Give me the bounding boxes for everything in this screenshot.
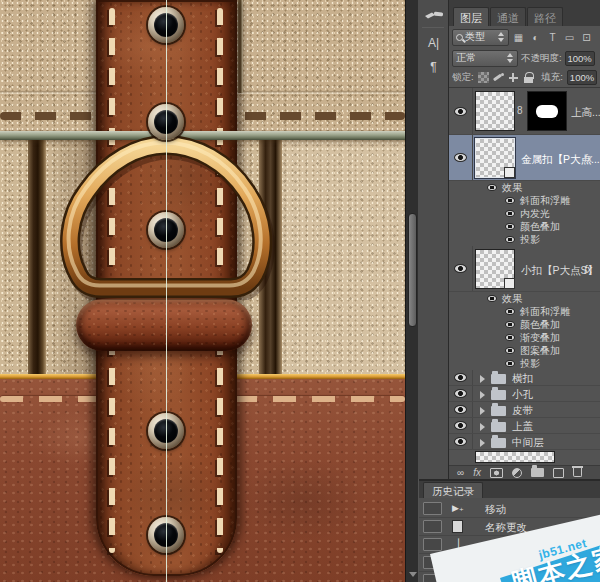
- eye-icon[interactable]: [505, 347, 515, 354]
- visibility-cell[interactable]: [449, 88, 473, 134]
- eye-icon[interactable]: [505, 334, 515, 341]
- group-row-middle-layer[interactable]: 中间层: [449, 434, 600, 450]
- tab-paths[interactable]: 路径: [527, 7, 563, 26]
- layer-row-small-buckle[interactable]: 小扣【P大点S】 fx: [449, 246, 600, 292]
- tab-channels[interactable]: 通道: [490, 7, 526, 26]
- link-layers-icon[interactable]: ∞: [457, 468, 464, 478]
- character-panel-icon[interactable]: A|: [418, 31, 449, 55]
- paragraph-panel-icon[interactable]: ¶: [418, 55, 449, 79]
- scrollbar-down-arrow[interactable]: [409, 572, 417, 577]
- opacity-value[interactable]: 100%: [565, 51, 595, 66]
- brush-panel-icon[interactable]: [418, 0, 449, 24]
- history-source-checkbox[interactable]: [423, 538, 442, 551]
- history-source-checkbox[interactable]: [423, 520, 442, 533]
- eye-icon[interactable]: [505, 210, 515, 217]
- blend-mode-select[interactable]: 正常: [452, 50, 518, 67]
- group-row-small-holes[interactable]: 小孔: [449, 386, 600, 402]
- eye-icon[interactable]: [454, 405, 467, 414]
- eye-icon[interactable]: [454, 153, 467, 162]
- filter-kind-select[interactable]: 类型: [452, 29, 509, 46]
- history-step[interactable]: ▶: [419, 572, 600, 582]
- eye-icon[interactable]: [505, 321, 515, 328]
- layer-mask-thumbnail[interactable]: [527, 91, 567, 131]
- delete-layer-icon[interactable]: [573, 468, 582, 477]
- new-group-icon[interactable]: [531, 468, 544, 477]
- layer-fx-badge[interactable]: fx: [584, 153, 592, 164]
- lock-position-icon[interactable]: [508, 72, 519, 83]
- filter-smart-objects-icon[interactable]: ⊡: [579, 30, 594, 45]
- layer-name[interactable]: 上高...: [571, 106, 600, 120]
- effect-row[interactable]: 内发光: [449, 207, 600, 220]
- eye-icon[interactable]: [454, 373, 467, 382]
- effects-header-row[interactable]: 效果: [449, 181, 600, 194]
- effect-row[interactable]: 图案叠加: [449, 344, 600, 357]
- adjustment-layer-icon[interactable]: [512, 468, 522, 478]
- layer-row-top-highlight[interactable]: 8 上高...: [449, 88, 600, 135]
- group-row-cross-buckle[interactable]: 横扣: [449, 370, 600, 386]
- eye-icon[interactable]: [454, 421, 467, 430]
- document-canvas[interactable]: [0, 0, 405, 582]
- layer-thumbnail[interactable]: [475, 138, 515, 178]
- visibility-cell[interactable]: [449, 418, 473, 433]
- group-name[interactable]: 横扣: [512, 372, 533, 386]
- layer-row-partial[interactable]: [449, 450, 600, 464]
- history-step-move[interactable]: ▶₊ 移动: [419, 500, 600, 518]
- eye-icon[interactable]: [505, 308, 515, 315]
- effects-header-row[interactable]: 效果: [449, 292, 600, 305]
- filter-shape-layers-icon[interactable]: ▭: [562, 30, 577, 45]
- effect-row[interactable]: 投影: [449, 233, 600, 246]
- layer-thumbnail[interactable]: [475, 91, 515, 131]
- layer-thumbnail[interactable]: [475, 249, 515, 289]
- effect-row[interactable]: 渐变叠加: [449, 331, 600, 344]
- history-step-rename[interactable]: 名称更改: [419, 518, 600, 536]
- eye-icon[interactable]: [454, 437, 467, 446]
- effect-row[interactable]: 斜面和浮雕: [449, 305, 600, 318]
- layer-row-metal-buckle[interactable]: 金属扣【P大点... fx: [449, 135, 600, 181]
- layer-fx-badge[interactable]: fx: [584, 264, 592, 275]
- group-name[interactable]: 中间层: [512, 436, 544, 450]
- group-name[interactable]: 小孔: [512, 388, 533, 402]
- history-step[interactable]: ▕: [419, 554, 600, 572]
- expand-triangle-icon[interactable]: [480, 423, 485, 431]
- eye-icon[interactable]: [454, 264, 467, 273]
- group-name[interactable]: 上盖: [512, 420, 533, 434]
- eye-icon[interactable]: [487, 295, 497, 302]
- fill-value[interactable]: 100%: [567, 70, 597, 85]
- mask-link-icon[interactable]: 8: [517, 105, 523, 116]
- layer-thumbnail[interactable]: [475, 451, 555, 463]
- visibility-cell[interactable]: [449, 135, 473, 180]
- expand-triangle-icon[interactable]: [480, 391, 485, 399]
- visibility-cell[interactable]: [449, 386, 473, 401]
- add-mask-icon[interactable]: [490, 468, 503, 478]
- eye-icon[interactable]: [505, 360, 515, 367]
- visibility-cell[interactable]: [449, 370, 473, 385]
- new-layer-icon[interactable]: [553, 468, 564, 478]
- expand-triangle-icon[interactable]: [480, 439, 485, 447]
- group-name[interactable]: 皮带: [512, 404, 533, 418]
- visibility-cell[interactable]: [449, 246, 473, 291]
- expand-triangle-icon[interactable]: [480, 407, 485, 415]
- effect-row[interactable]: 斜面和浮雕: [449, 194, 600, 207]
- group-row-belt[interactable]: 皮带: [449, 402, 600, 418]
- filter-adjustment-layers-icon[interactable]: ◐: [528, 30, 543, 45]
- history-source-checkbox[interactable]: [423, 502, 442, 515]
- lock-transparency-icon[interactable]: [478, 72, 489, 83]
- effect-row[interactable]: 颜色叠加: [449, 220, 600, 233]
- visibility-cell[interactable]: [449, 434, 473, 449]
- filter-type-layers-icon[interactable]: T: [545, 30, 560, 45]
- eye-icon[interactable]: [505, 236, 515, 243]
- history-step[interactable]: ▕: [419, 536, 600, 554]
- eye-icon[interactable]: [505, 197, 515, 204]
- effect-row[interactable]: 投影: [449, 357, 600, 370]
- eye-icon[interactable]: [505, 223, 515, 230]
- tab-layers[interactable]: 图层: [453, 7, 489, 26]
- eye-icon[interactable]: [454, 107, 467, 116]
- visibility-cell[interactable]: [449, 402, 473, 417]
- filter-pixel-layers-icon[interactable]: ▦: [511, 30, 526, 45]
- expand-triangle-icon[interactable]: [480, 375, 485, 383]
- effect-row[interactable]: 颜色叠加: [449, 318, 600, 331]
- lock-all-icon[interactable]: [523, 72, 534, 83]
- history-source-checkbox[interactable]: [423, 574, 442, 582]
- eye-icon[interactable]: [454, 389, 467, 398]
- eye-icon[interactable]: [487, 184, 497, 191]
